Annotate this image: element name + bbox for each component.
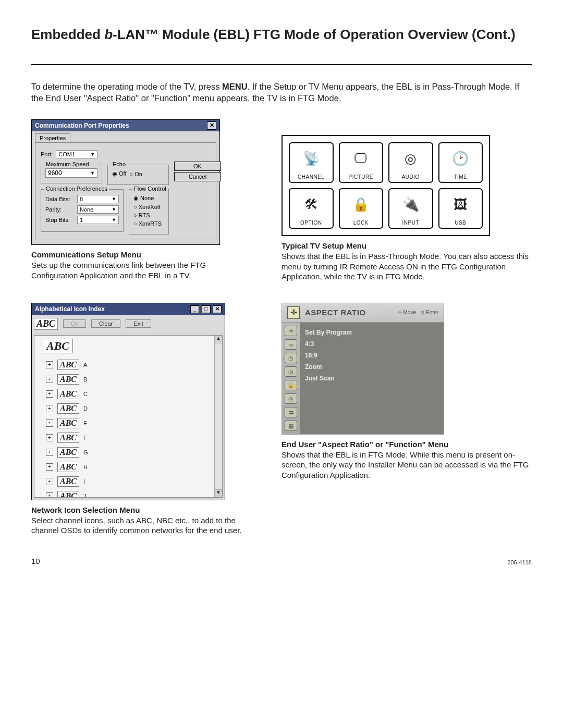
stopbits-label: Stop Bits: xyxy=(45,217,74,223)
tvmenu-label: PICTURE xyxy=(349,174,373,180)
close-icon[interactable]: ✕ xyxy=(207,121,216,130)
channel-logo: ABC xyxy=(57,433,79,443)
tvmenu-label: CHANNEL xyxy=(298,174,324,180)
tree-item[interactable]: +ABCE xyxy=(46,416,222,430)
horizontal-rule xyxy=(31,64,532,65)
tvmenu-label: USB xyxy=(455,220,466,226)
expand-icon[interactable]: + xyxy=(46,478,53,485)
channel-logo: ABC xyxy=(57,374,79,385)
databits-select[interactable]: 8▼ xyxy=(77,195,119,203)
minimize-icon[interactable]: _ xyxy=(190,305,199,313)
channel-logo: ABC xyxy=(57,462,79,472)
tree-item[interactable]: +ABCD xyxy=(46,401,222,416)
stopbits-select[interactable]: 1▼ xyxy=(77,216,119,224)
chevron-down-icon: ▼ xyxy=(90,170,95,176)
osd-options: Set By Program4:316:9ZoomJust Scan xyxy=(300,323,444,434)
tree-item-label: D xyxy=(83,405,88,412)
osd-sidebar: ✛ ▭ ◷ ◶ 🔒 ◎ ⇆ ▦ xyxy=(282,323,300,434)
tvmenu-cell-option[interactable]: 🛠OPTION xyxy=(289,188,334,229)
scroll-up-icon[interactable]: ▲ xyxy=(215,336,222,343)
expand-icon[interactable]: + xyxy=(46,434,53,441)
page-title: Embedded b-LAN™ Module (EBL) FTG Mode of… xyxy=(31,26,532,43)
side-icon[interactable]: ✛ xyxy=(285,326,297,336)
comm-port-dialog: Communication Port Properties ✕ Properti… xyxy=(31,119,220,245)
tvmenu-cell-input[interactable]: 🔌INPUT xyxy=(388,188,433,229)
close-icon[interactable]: ✕ xyxy=(213,305,222,313)
osd-option[interactable]: Set By Program xyxy=(305,327,438,338)
tree-item[interactable]: +ABCA xyxy=(46,357,222,372)
maxspeed-select[interactable]: 9600▼ xyxy=(45,168,97,178)
intro-pre: To determine the operating mode of the T… xyxy=(31,82,222,91)
tree-item-label: A xyxy=(83,362,87,368)
flow-xonrts-radio[interactable]: Xon/RTS xyxy=(133,220,162,227)
tree-item[interactable]: +ABCC xyxy=(46,387,222,401)
side-icon[interactable]: ▭ xyxy=(285,339,297,350)
tree-item[interactable]: +ABCJ xyxy=(46,489,222,498)
expand-icon[interactable]: + xyxy=(46,492,53,498)
icon-index-window: Alphabetical Icon Index _ □ ✕ ABC Ok Cle… xyxy=(31,303,225,500)
tvmenu-label: TIME xyxy=(454,174,467,180)
tvmenu-cell-channel[interactable]: 📡CHANNEL xyxy=(289,142,334,183)
port-select[interactable]: COM1▼ xyxy=(56,150,97,158)
channel-logo: ABC xyxy=(57,491,79,498)
tree-item[interactable]: +ABCG xyxy=(46,445,222,460)
ok-button[interactable]: OK xyxy=(174,162,221,171)
chevron-down-icon: ▼ xyxy=(112,196,116,202)
tvmenu-cell-lock[interactable]: 🔒LOCK xyxy=(339,188,384,229)
scrollbar[interactable]: ▲ ▼ xyxy=(214,336,222,497)
echo-on-radio[interactable]: On xyxy=(130,171,142,177)
clear-button[interactable]: Clear xyxy=(91,319,120,328)
input-icon: 🔌 xyxy=(402,189,420,220)
osd-title: ASPECT RATIO xyxy=(305,308,366,317)
osd-caption-title: End User "Aspect Ratio" or "Function" Me… xyxy=(282,440,532,449)
tvmenu-label: OPTION xyxy=(300,220,322,226)
tree-item[interactable]: +ABCB xyxy=(46,372,222,387)
tvmenu-cell-audio[interactable]: ◎AUDIO xyxy=(388,142,433,183)
chevron-down-icon: ▼ xyxy=(112,217,116,223)
echo-legend: Echo xyxy=(111,161,127,167)
osd-option[interactable]: Zoom xyxy=(305,361,438,373)
expand-icon[interactable]: + xyxy=(46,405,53,412)
side-icon[interactable]: ▦ xyxy=(285,421,297,431)
tvmenu-cell-usb[interactable]: 🖼USB xyxy=(438,188,483,229)
side-icon[interactable]: ◶ xyxy=(285,366,297,377)
flow-none-radio[interactable]: None xyxy=(133,195,154,202)
flow-rts-radio[interactable]: RTS xyxy=(133,212,150,218)
expand-icon[interactable]: + xyxy=(46,449,53,456)
expand-icon[interactable]: + xyxy=(46,390,53,398)
maximize-icon[interactable]: □ xyxy=(202,305,211,313)
tree-item[interactable]: +ABCH xyxy=(46,460,222,474)
side-icon[interactable]: ◎ xyxy=(285,393,297,404)
tvmenu-cell-time[interactable]: 🕑TIME xyxy=(438,142,483,183)
osd-option[interactable]: 16:9 xyxy=(305,350,438,361)
cancel-button[interactable]: Cancel xyxy=(174,172,221,181)
tree-item[interactable]: +ABCI xyxy=(46,474,222,489)
expand-icon[interactable]: + xyxy=(46,376,53,383)
tab-properties[interactable]: Properties xyxy=(35,133,70,142)
expand-icon[interactable]: + xyxy=(46,361,53,368)
audio-icon: ◎ xyxy=(405,143,417,174)
channel-logo: ABC xyxy=(57,476,79,487)
osd-option[interactable]: Just Scan xyxy=(305,373,438,384)
expand-icon[interactable]: + xyxy=(46,463,53,471)
chevron-down-icon: ▼ xyxy=(90,152,95,157)
scroll-down-icon[interactable]: ▼ xyxy=(215,489,222,497)
tree-root[interactable]: ABC xyxy=(43,339,73,353)
side-icon[interactable]: ⇆ xyxy=(285,407,297,417)
flow-xon-radio[interactable]: Xon/Xoff xyxy=(133,204,161,210)
parity-select[interactable]: None▼ xyxy=(77,205,119,214)
channel-logo: ABC xyxy=(57,447,79,458)
aspect-ratio-osd: ✛ ASPECT RATIO ✧ Move ⊙ Enter ✛ ▭ ◷ ◶ 🔒 … xyxy=(282,303,444,435)
tvmenu-label: INPUT xyxy=(402,220,420,226)
tvmenu-cell-picture[interactable]: 🖵PICTURE xyxy=(339,142,384,183)
osd-option[interactable]: 4:3 xyxy=(305,338,438,350)
side-icon[interactable]: 🔒 xyxy=(285,380,297,390)
exit-button[interactable]: Exit xyxy=(126,319,151,328)
picture-icon: 🖵 xyxy=(354,143,368,174)
tree-item[interactable]: +ABCF xyxy=(46,430,222,445)
side-icon[interactable]: ◷ xyxy=(285,353,297,363)
echo-off-radio[interactable]: Off xyxy=(112,170,127,177)
expand-icon[interactable]: + xyxy=(46,419,53,427)
ok-button: Ok xyxy=(63,319,86,328)
tvmenu-caption-text: Shows that the EBL is in Pass-Through Mo… xyxy=(282,251,532,282)
